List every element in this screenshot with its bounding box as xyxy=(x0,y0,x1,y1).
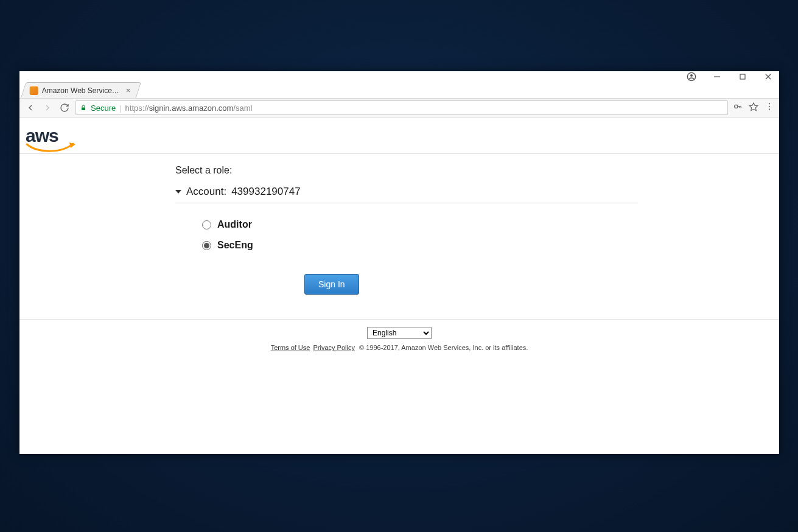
terms-of-use-link[interactable]: Terms of Use xyxy=(271,344,310,351)
account-id: 439932190747 xyxy=(231,186,300,198)
role-list: Auditor SecEng xyxy=(175,203,638,256)
window-minimize-button[interactable] xyxy=(709,72,726,82)
secure-label: Secure xyxy=(91,103,116,113)
saved-passwords-icon[interactable] xyxy=(733,102,743,114)
profile-icon[interactable] xyxy=(683,72,700,82)
sign-in-button[interactable]: Sign In xyxy=(304,274,359,295)
role-option-auditor[interactable]: Auditor xyxy=(202,214,638,235)
url-separator: | xyxy=(119,103,121,113)
account-toggle[interactable]: Account: 439932190747 xyxy=(175,183,638,203)
svg-point-13 xyxy=(769,106,770,107)
svg-marker-11 xyxy=(749,103,757,111)
svg-point-1 xyxy=(690,74,693,77)
role-radio-auditor[interactable] xyxy=(202,220,211,229)
lock-icon xyxy=(80,104,87,111)
aws-favicon-icon xyxy=(30,86,38,95)
window-titlebar xyxy=(19,71,779,82)
browser-tab[interactable]: Amazon Web Services Si × xyxy=(21,82,141,98)
page-footer: English Terms of Use Privacy Policy © 19… xyxy=(19,319,779,359)
svg-rect-6 xyxy=(82,108,85,111)
tab-title: Amazon Web Services Si xyxy=(42,86,121,95)
kebab-menu-icon[interactable] xyxy=(765,102,774,114)
window-close-button[interactable] xyxy=(760,72,777,82)
forward-button[interactable] xyxy=(41,102,54,114)
role-selection-form: Select a role: Account: 439932190747 Aud… xyxy=(175,165,638,313)
tab-strip: Amazon Web Services Si × xyxy=(19,82,779,98)
back-button[interactable] xyxy=(24,102,37,114)
address-bar: Secure | https://signin.aws.amazon.com/s… xyxy=(19,98,779,117)
page-content: aws Select a role: Account: 439932190747… xyxy=(19,117,779,454)
privacy-policy-link[interactable]: Privacy Policy xyxy=(313,344,354,351)
aws-smile-icon xyxy=(26,142,77,153)
select-role-heading: Select a role: xyxy=(175,165,638,176)
bookmark-star-icon[interactable] xyxy=(749,102,758,114)
window-maximize-button[interactable] xyxy=(734,72,751,82)
role-radio-seceng[interactable] xyxy=(202,241,211,250)
reload-button[interactable] xyxy=(58,102,71,114)
url-text: https://signin.aws.amazon.com/saml xyxy=(125,103,253,113)
svg-point-12 xyxy=(769,103,770,104)
aws-header: aws xyxy=(19,117,779,154)
role-label-seceng[interactable]: SecEng xyxy=(217,240,253,251)
role-label-auditor[interactable]: Auditor xyxy=(217,219,252,230)
copyright-text: © 1996-2017, Amazon Web Services, Inc. o… xyxy=(359,344,528,351)
account-label: Account: xyxy=(186,186,226,198)
aws-logo[interactable]: aws xyxy=(26,125,77,146)
browser-window: Amazon Web Services Si × Secure | https:… xyxy=(19,71,779,454)
svg-rect-3 xyxy=(740,74,745,79)
role-option-seceng[interactable]: SecEng xyxy=(202,235,638,256)
url-input[interactable]: Secure | https://signin.aws.amazon.com/s… xyxy=(75,100,728,115)
tab-close-button[interactable]: × xyxy=(125,86,132,95)
svg-point-7 xyxy=(735,105,738,108)
svg-point-14 xyxy=(769,109,770,110)
language-select[interactable]: English xyxy=(367,327,432,339)
caret-down-icon xyxy=(175,190,181,194)
